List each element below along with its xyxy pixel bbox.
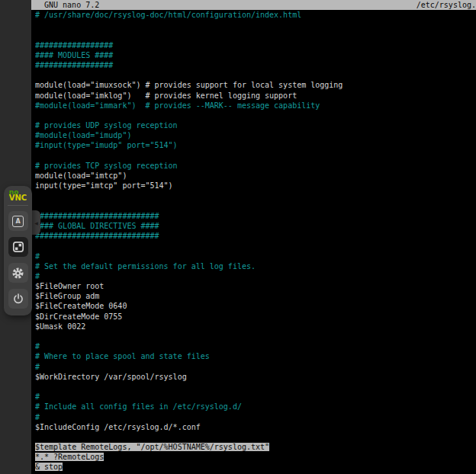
nano-editor-content[interactable]: # /usr/share/doc/rsyslog-doc/html/config… [31, 10, 476, 472]
terminal-line: ########################### [35, 231, 476, 241]
terminal-line: $Umask 0022 [35, 322, 476, 331]
terminal-line: $template RemoteLogs, "/opt/%HOSTNAME%/r… [35, 442, 476, 452]
terminal-line: # provides UDP syslog reception [35, 120, 476, 130]
gear-icon [11, 267, 24, 280]
terminal-line: module(load="imuxsock") # provides suppo… [35, 80, 476, 90]
terminal-line [35, 201, 476, 211]
terminal-window[interactable]: GNU nano 7.2 /etc/rsyslog. # /usr/share/… [31, 0, 476, 474]
terminal-line: # [35, 341, 476, 351]
terminal-line [35, 20, 476, 30]
terminal-line [35, 382, 476, 392]
terminal-line [35, 432, 476, 442]
terminal-line [35, 331, 476, 341]
terminal-line: $FileCreateMode 0640 [35, 301, 476, 311]
terminal-line: # [35, 271, 476, 281]
terminal-line: #### GLOBAL DIRECTIVES #### [35, 221, 476, 231]
terminal-line: module(load="imklog") # provides kernel … [35, 91, 476, 101]
terminal-line: # [35, 412, 476, 422]
nano-filename-label: /etc/rsyslog. [416, 0, 476, 10]
terminal-line: module(load="imtcp") [35, 171, 476, 181]
terminal-line: # Include all config files in /etc/rsysl… [35, 402, 476, 412]
terminal-line: $FileGroup adm [35, 291, 476, 301]
fullscreen-button[interactable] [8, 237, 28, 257]
fullscreen-icon [12, 241, 24, 253]
terminal-line [35, 241, 476, 251]
terminal-line: #module(load="imudp") [35, 130, 476, 140]
terminal-line: ################# [35, 40, 476, 50]
terminal-line: $IncludeConfig /etc/rsyslog.d/*.conf [35, 422, 476, 432]
novnc-logo: no VNC [9, 189, 27, 201]
novnc-logo-vnc: VNC [9, 195, 27, 201]
terminal-line [35, 30, 476, 40]
terminal-line: # [35, 392, 476, 402]
control-bar-divider [8, 205, 28, 206]
novnc-viewport: GNU nano 7.2 /etc/rsyslog. # /usr/share/… [0, 0, 476, 474]
terminal-line [35, 110, 476, 120]
a-key-icon: A [12, 216, 24, 227]
terminal-line: # Set the default permissions for all lo… [35, 261, 476, 271]
terminal-line: # /usr/share/doc/rsyslog-doc/html/config… [35, 10, 476, 20]
terminal-line: *.* ?RemoteLogs [35, 452, 476, 462]
collapse-arrow-icon: ◀ [34, 220, 38, 226]
terminal-line: $WorkDirectory /var/spool/rsyslog [35, 372, 476, 382]
control-bar-handle[interactable]: ◀ [32, 210, 40, 235]
terminal-line: #module(load="immark") # provides --MARK… [35, 101, 476, 110]
terminal-line: #input(type="imudp" port="514") [35, 140, 476, 150]
terminal-line: # Where to place spool and state files [35, 351, 476, 361]
power-button[interactable] [8, 289, 28, 309]
terminal-line [35, 70, 476, 80]
nano-titlebar: GNU nano 7.2 /etc/rsyslog. [31, 0, 476, 10]
power-icon [12, 293, 24, 305]
terminal-line: ################# [35, 60, 476, 70]
nano-version-label: GNU nano 7.2 [31, 0, 99, 10]
terminal-line: # provides TCP syslog reception [35, 161, 476, 171]
terminal-line: # [35, 251, 476, 261]
terminal-line [35, 151, 476, 161]
terminal-line: $FileOwner root [35, 281, 476, 291]
terminal-line: # [35, 362, 476, 372]
novnc-control-bar: no VNC A [4, 186, 32, 315]
terminal-line: input(type="imtcp" port="514") [35, 181, 476, 191]
terminal-line: & stop [35, 462, 476, 472]
extra-keys-button[interactable]: A [8, 211, 28, 231]
terminal-line [35, 191, 476, 200]
terminal-line: ########################### [35, 211, 476, 221]
settings-button[interactable] [8, 263, 28, 283]
terminal-line: $DirCreateMode 0755 [35, 312, 476, 322]
terminal-line: #### MODULES #### [35, 50, 476, 60]
